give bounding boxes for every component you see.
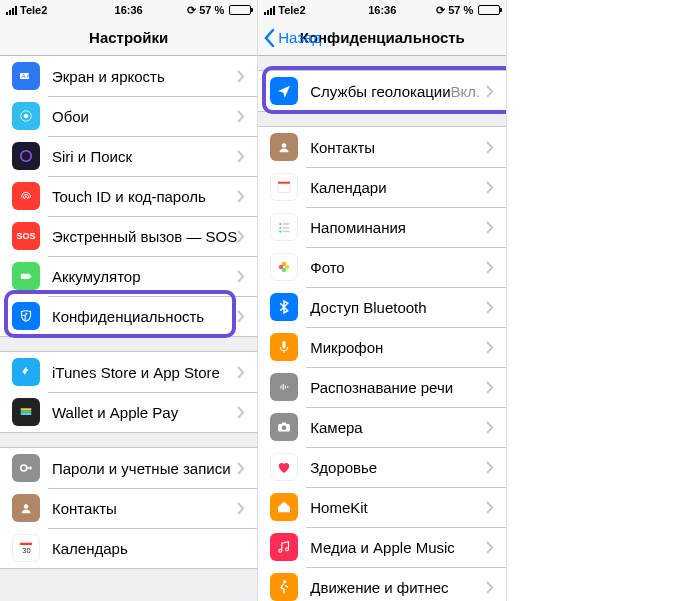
- svg-rect-18: [278, 184, 290, 192]
- touchid-icon: [12, 182, 40, 210]
- chevron-right-icon: [486, 341, 494, 354]
- refresh-icon: ⟳: [436, 4, 445, 17]
- status-bar: Tele2 16:36 ⟳ 57 %: [0, 0, 257, 20]
- row-touchid[interactable]: Touch ID и код-пароль: [0, 176, 257, 216]
- row-motion[interactable]: Движение и фитнес: [258, 567, 506, 601]
- row-microphone[interactable]: Микрофон: [258, 327, 506, 367]
- row-calendar-left[interactable]: 30 Календарь: [0, 528, 257, 568]
- battery-pct: 57 %: [199, 4, 224, 16]
- row-battery[interactable]: Аккумулятор: [0, 256, 257, 296]
- chevron-right-icon: [486, 181, 494, 194]
- bluetooth-icon: [270, 293, 298, 321]
- row-reminders[interactable]: Напоминания: [258, 207, 506, 247]
- row-label: Экран и яркость: [52, 68, 237, 85]
- svg-rect-6: [21, 274, 30, 279]
- battery-icon: [478, 5, 500, 15]
- reminders-icon: [270, 213, 298, 241]
- battery-icon: [229, 5, 251, 15]
- row-calendars[interactable]: Календари: [258, 167, 506, 207]
- svg-rect-14: [20, 543, 32, 545]
- sos-icon: SOS: [12, 222, 40, 250]
- svg-text:A: A: [27, 74, 30, 79]
- row-location[interactable]: Службы геолокации Вкл.: [258, 71, 506, 111]
- appstore-icon: [12, 358, 40, 386]
- svg-rect-20: [283, 223, 290, 225]
- row-itunes[interactable]: iTunes Store и App Store: [0, 352, 257, 392]
- nav-bar: Назад Конфиденциальность: [258, 20, 506, 56]
- camera-icon: [270, 413, 298, 441]
- row-label: Контакты: [310, 139, 486, 156]
- row-contacts-left[interactable]: Контакты: [0, 488, 257, 528]
- row-display[interactable]: AA Экран и яркость: [0, 56, 257, 96]
- row-siri[interactable]: Siri и Поиск: [0, 136, 257, 176]
- svg-point-8: [25, 313, 27, 315]
- chevron-right-icon: [486, 581, 494, 594]
- chevron-right-icon: [237, 190, 245, 203]
- svg-point-21: [279, 227, 281, 229]
- battery-row-icon: [12, 262, 40, 290]
- siri-icon: [12, 142, 40, 170]
- row-homekit[interactable]: HomeKit: [258, 487, 506, 527]
- row-media[interactable]: Медиа и Apple Music: [258, 527, 506, 567]
- row-sos[interactable]: SOS Экстренный вызов — SOS: [0, 216, 257, 256]
- homekit-icon: [270, 493, 298, 521]
- svg-rect-7: [30, 275, 32, 277]
- row-passwords[interactable]: Пароли и учетные записи: [0, 448, 257, 488]
- privacy-list[interactable]: Службы геолокации Вкл. Контакты Календар…: [258, 56, 506, 601]
- chevron-right-icon: [486, 141, 494, 154]
- wallet-icon: [12, 398, 40, 426]
- chevron-right-icon: [237, 70, 245, 83]
- row-label: Аккумулятор: [52, 268, 237, 285]
- chevron-right-icon: [486, 461, 494, 474]
- row-camera[interactable]: Камера: [258, 407, 506, 447]
- row-bluetooth[interactable]: Доступ Bluetooth: [258, 287, 506, 327]
- nav-bar: Настройки: [0, 20, 257, 56]
- svg-rect-22: [283, 227, 290, 229]
- row-speech[interactable]: Распознавание речи: [258, 367, 506, 407]
- chevron-right-icon: [237, 150, 245, 163]
- svg-point-12: [21, 465, 27, 471]
- row-label: Здоровье: [310, 459, 486, 476]
- row-contacts[interactable]: Контакты: [258, 127, 506, 167]
- row-wallet[interactable]: Wallet и Apple Pay: [0, 392, 257, 432]
- row-privacy[interactable]: Конфиденциальность: [0, 296, 257, 336]
- status-bar: Tele2 16:36 ⟳ 57 %: [258, 0, 506, 20]
- row-label: Камера: [310, 419, 486, 436]
- row-health[interactable]: Здоровье: [258, 447, 506, 487]
- privacy-icon: [12, 302, 40, 330]
- page-title: Конфиденциальность: [300, 29, 465, 46]
- photos-icon: [270, 253, 298, 281]
- chevron-right-icon: [237, 230, 245, 243]
- row-value: Вкл.: [451, 83, 481, 100]
- nav-back-button[interactable]: Назад: [264, 29, 321, 47]
- row-wallpaper[interactable]: Обои: [0, 96, 257, 136]
- row-label: Распознавание речи: [310, 379, 486, 396]
- row-label: Медиа и Apple Music: [310, 539, 486, 556]
- row-label: Экстренный вызов — SOS: [52, 228, 237, 245]
- svg-point-16: [282, 143, 287, 148]
- svg-rect-11: [21, 413, 32, 415]
- row-label: Обои: [52, 108, 237, 125]
- carrier-label: Tele2: [278, 4, 305, 16]
- row-label: Календарь: [52, 540, 245, 557]
- row-label: Движение и фитнес: [310, 579, 486, 596]
- chevron-right-icon: [237, 110, 245, 123]
- row-label: Напоминания: [310, 219, 486, 236]
- svg-rect-10: [21, 411, 32, 413]
- chevron-right-icon: [486, 501, 494, 514]
- status-time: 16:36: [115, 4, 143, 16]
- settings-list[interactable]: AA Экран и яркость Обои Siri и Поиск: [0, 56, 257, 601]
- svg-rect-29: [283, 341, 286, 349]
- row-label: Touch ID и код-пароль: [52, 188, 237, 205]
- row-label: Пароли и учетные записи: [52, 460, 237, 477]
- svg-point-5: [21, 151, 32, 162]
- row-photos[interactable]: Фото: [258, 247, 506, 287]
- signal-icon: [6, 6, 17, 15]
- contacts-icon: [270, 133, 298, 161]
- row-label: Микрофон: [310, 339, 486, 356]
- svg-point-4: [24, 114, 29, 119]
- row-label: Wallet и Apple Pay: [52, 404, 237, 421]
- chevron-right-icon: [486, 221, 494, 234]
- nav-back-label: Назад: [278, 29, 321, 46]
- wallpaper-icon: [12, 102, 40, 130]
